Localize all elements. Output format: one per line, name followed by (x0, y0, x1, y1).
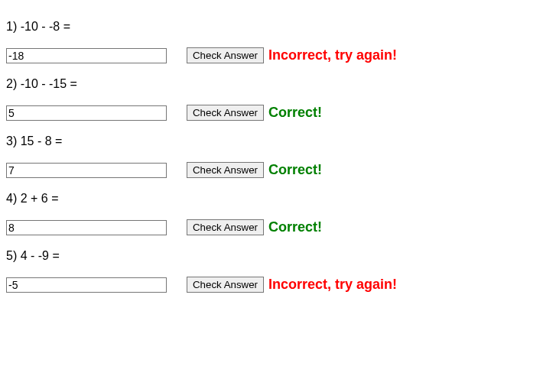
question-text: 4) 2 + 6 = (6, 192, 537, 206)
feedback-correct: Correct! (268, 105, 322, 121)
problem-4: 4) 2 + 6 = Check Answer Correct! (6, 192, 537, 235)
check-answer-button[interactable]: Check Answer (187, 47, 264, 63)
feedback-incorrect: Incorrect, try again! (268, 277, 397, 293)
answer-row: Check Answer Incorrect, try again! (6, 47, 537, 63)
answer-input[interactable] (6, 220, 167, 235)
feedback-correct: Correct! (268, 219, 322, 235)
check-answer-button[interactable]: Check Answer (187, 277, 264, 293)
check-answer-button[interactable]: Check Answer (187, 219, 264, 235)
problem-3: 3) 15 - 8 = Check Answer Correct! (6, 134, 537, 178)
question-text: 3) 15 - 8 = (6, 134, 537, 148)
problem-5: 5) 4 - -9 = Check Answer Incorrect, try … (6, 249, 537, 293)
problem-1: 1) -10 - -8 = Check Answer Incorrect, tr… (6, 20, 537, 63)
answer-row: Check Answer Correct! (6, 219, 537, 235)
answer-row: Check Answer Incorrect, try again! (6, 277, 537, 293)
feedback-incorrect: Incorrect, try again! (268, 47, 397, 63)
check-answer-button[interactable]: Check Answer (187, 162, 264, 178)
check-answer-button[interactable]: Check Answer (187, 105, 264, 121)
question-text: 1) -10 - -8 = (6, 20, 537, 34)
answer-input[interactable] (6, 163, 167, 178)
question-text: 5) 4 - -9 = (6, 249, 537, 263)
answer-input[interactable] (6, 277, 167, 293)
question-text: 2) -10 - -15 = (6, 77, 537, 91)
feedback-correct: Correct! (268, 162, 322, 178)
answer-row: Check Answer Correct! (6, 162, 537, 178)
problem-2: 2) -10 - -15 = Check Answer Correct! (6, 77, 537, 121)
answer-input[interactable] (6, 48, 167, 63)
answer-row: Check Answer Correct! (6, 105, 537, 121)
answer-input[interactable] (6, 105, 167, 121)
